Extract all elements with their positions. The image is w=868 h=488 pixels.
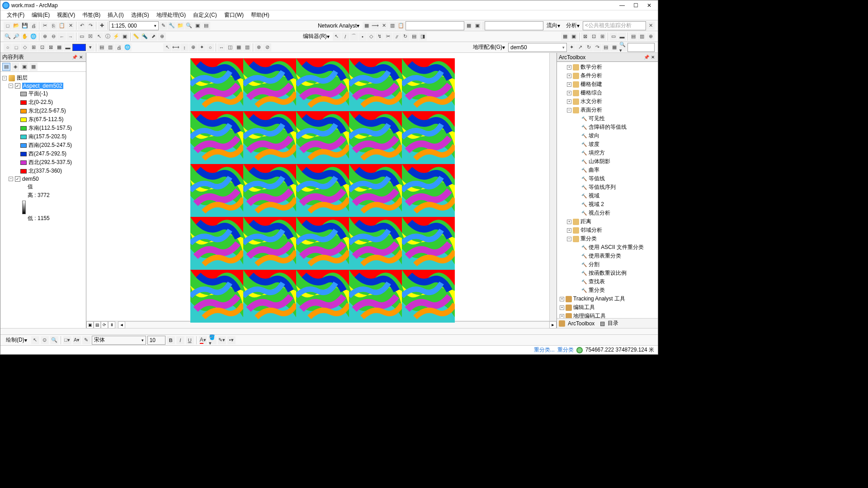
tool-item[interactable]: 使用表重分类 [558,252,657,260]
bold-button[interactable]: B [167,336,175,344]
edit-vertex[interactable]: ◇ [367,33,375,41]
aspect-layer-label[interactable]: Aspect_dem502 [22,83,63,89]
snap-6[interactable]: ⊠ [47,43,55,52]
tool-item[interactable]: 山体阴影 [558,157,657,166]
topo-8[interactable]: ▤ [629,33,637,41]
status-link-1[interactable]: 重分类... [534,346,555,354]
legend-class-row[interactable]: 北(337.5-360) [2,167,84,175]
toolset-item[interactable]: +距离 [558,217,657,226]
network-analyst-dropdown[interactable]: Network Analyst ▾ [315,21,362,30]
list-by-selection-button[interactable]: ▦ [29,63,38,71]
save-button[interactable]: 💾 [21,22,29,30]
pause-button[interactable]: ⏸ [108,321,115,328]
adj-2[interactable]: ⟷ [172,43,180,52]
tool-item[interactable]: 含障碍的等值线 [558,123,657,131]
topo-3[interactable]: ⊠ [581,33,589,41]
tool-item[interactable]: 使用 ASCII 文件重分类 [558,243,657,252]
python-button[interactable]: ▣ [193,22,202,30]
adj-9[interactable]: ▦ [235,43,243,52]
legend-class-row[interactable]: 平面(-1) [2,89,84,98]
scroll-right-button[interactable]: ► [549,321,557,328]
model-button[interactable]: ▤ [202,22,210,30]
topo-4[interactable]: ⊡ [590,33,598,41]
adj-7[interactable]: ↔ [217,43,226,52]
toolset-item[interactable]: +Tracking Analyst 工具 [558,295,657,303]
legend-class-row[interactable]: 西南(202.5-247.5) [2,141,84,150]
new-button[interactable]: □ [4,22,12,30]
snap-10[interactable]: ▤ [98,43,106,52]
map-scrollbar-vertical[interactable] [549,53,557,321]
add-data-button[interactable]: ✚ [98,22,106,30]
tool-item[interactable]: 曲率 [558,166,657,174]
snap-1[interactable]: ○ [4,43,12,52]
font-family-select[interactable]: 宋体▾ [92,336,146,345]
analysis-dropdown[interactable]: 分析 ▾ [563,21,582,30]
list-by-visibility-button[interactable]: ▣ [20,63,28,71]
adj-12[interactable]: ⊘ [263,43,271,52]
snap-9[interactable]: ▾ [86,43,94,52]
tool-item[interactable]: 视点分析 [558,209,657,217]
draw-zoom-button[interactable]: 🔍 [50,336,58,344]
adj-3[interactable]: ↕ [180,43,189,52]
toolset-item[interactable]: +栅格综合 [558,89,657,97]
fill-color-swatch[interactable] [72,44,86,51]
menu-bookmarks[interactable]: 书签(B) [79,11,104,19]
font-size-select[interactable]: 10 [147,336,165,345]
draw-text-button[interactable]: A▾ [73,336,81,344]
flow-dropdown[interactable]: 流向 ▾ [544,21,563,30]
tool-item[interactable]: 坡度 [558,140,657,149]
list-by-drawing-button[interactable]: ▤ [2,63,10,71]
underline-button[interactable]: U [186,336,194,344]
dem-layer-label[interactable]: dem50 [22,176,39,182]
edit-cut[interactable]: ✂ [384,33,392,41]
snap-3[interactable]: ◇ [21,43,29,52]
pan-button[interactable]: ✋ [21,33,29,41]
snap-8[interactable]: ▬ [64,43,72,52]
na-input-2[interactable] [485,21,543,30]
arctoolbox-pin-button[interactable]: 📌 [643,54,650,61]
edit-line[interactable]: / [341,33,349,41]
find-button[interactable]: 🔦 [141,33,149,41]
draw-rotate-button[interactable]: ⊙ [41,336,49,344]
forward-button[interactable]: → [66,33,75,41]
georef-7[interactable]: 🔍▾ [619,43,627,52]
toolset-item[interactable]: +数学分析 [558,63,657,71]
minimize-button[interactable]: — [615,1,629,9]
expand-toggle[interactable]: + [560,297,564,301]
snap-13[interactable]: 🌐 [123,43,132,52]
georef-2[interactable]: ↗ [576,43,584,52]
fill-color-button[interactable]: 🪣▾ [208,336,217,344]
topo-7[interactable]: ▬ [618,33,626,41]
toolset-item[interactable]: +栅格创建 [558,80,657,89]
scroll-left-button[interactable]: ◄ [118,321,125,328]
expand-toggle[interactable]: + [567,228,571,233]
adj-10[interactable]: ▥ [243,43,251,52]
tool-item[interactable]: 分割 [558,260,657,269]
toc-close-button[interactable]: ✕ [78,54,84,61]
expand-toggle[interactable]: + [567,74,571,78]
zoom-in-button[interactable]: 🔍 [4,33,12,41]
georef-3[interactable]: ↻ [585,43,593,52]
adj-4[interactable]: ⊕ [189,43,197,52]
marker-color-button[interactable]: •▾ [227,336,236,344]
html-popup-button[interactable]: ▣ [121,33,129,41]
adj-6[interactable]: ○ [206,43,214,52]
back-button[interactable]: ← [58,33,66,41]
draw-dropdown[interactable]: 绘制(D) ▾ [3,336,30,345]
edit-tool[interactable]: ↖ [333,33,341,41]
font-color-button[interactable]: A▾ [199,336,207,344]
tool-item[interactable]: 按函数重设比例 [558,269,657,277]
dem-visibility-checkbox[interactable] [15,176,20,182]
na-btn-7[interactable]: ▣ [473,22,481,30]
edit-arc[interactable]: ⌒ [350,33,358,41]
topo-6[interactable]: ▭ [609,33,618,41]
refresh-button[interactable]: ⟳ [101,321,108,328]
search-button[interactable]: 🔍 [185,22,193,30]
legend-class-row[interactable]: 北(0-22.5) [2,98,84,107]
select-features-button[interactable]: ▭ [78,33,86,41]
editor-dropdown[interactable]: 编辑器(R) ▾ [300,32,332,41]
adj-1[interactable]: ↖ [163,43,171,52]
na-btn-4[interactable]: ▥ [388,22,396,30]
edit-point[interactable]: • [359,33,367,41]
list-by-source-button[interactable]: ◈ [11,63,19,71]
